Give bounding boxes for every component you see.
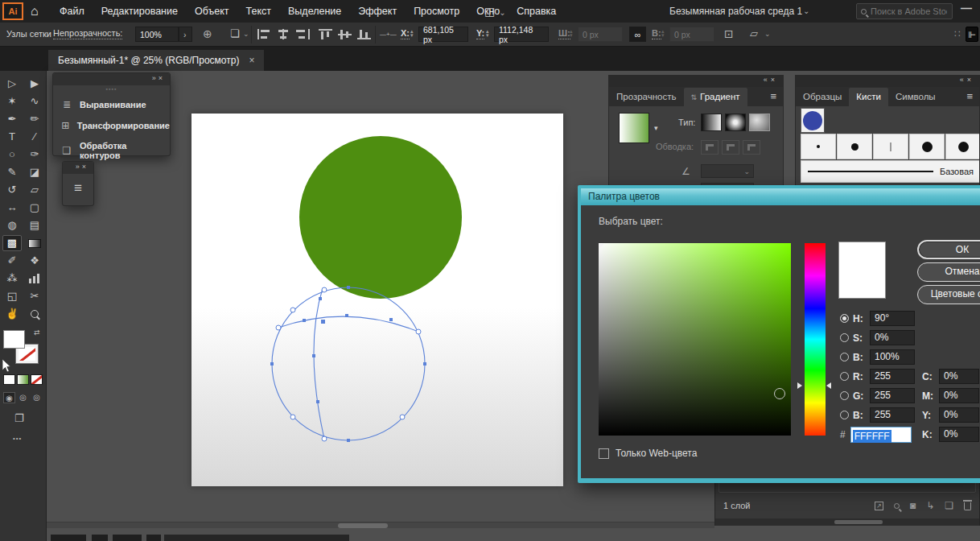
menu-item-7[interactable]: Просмотр bbox=[414, 6, 459, 17]
tab-brushes[interactable]: Кисти bbox=[849, 88, 888, 106]
drag-grip[interactable]: ▪▪▪▪ bbox=[106, 86, 117, 92]
tab-swatches[interactable]: Образцы bbox=[796, 88, 849, 106]
panel-menu-icon[interactable]: ≡ bbox=[770, 90, 776, 102]
tool-pencil[interactable]: ✎ bbox=[2, 164, 22, 180]
tool-perspective-grid[interactable]: ▤ bbox=[25, 217, 44, 233]
menu-item-2[interactable]: Редактирование bbox=[101, 6, 178, 17]
align-horizontal-center-icon[interactable] bbox=[277, 29, 290, 39]
tool-symbol-sprayer[interactable]: ⁂ bbox=[2, 270, 22, 287]
align-vertical-middle-icon[interactable] bbox=[338, 29, 352, 39]
new-sublayer-icon[interactable]: ↳ bbox=[926, 500, 934, 511]
adobe-illustrator-logo[interactable]: Ai bbox=[2, 2, 23, 20]
draw-behind-mode-icon[interactable]: ◎ bbox=[17, 392, 29, 403]
menu-item-4[interactable]: Текст bbox=[246, 6, 271, 17]
dialog-title[interactable]: Палитра цветов bbox=[581, 188, 980, 205]
scrollbar-thumb[interactable] bbox=[338, 523, 388, 528]
tool-artboard[interactable]: ◱ bbox=[2, 288, 22, 304]
green-circle-shape[interactable] bbox=[299, 136, 462, 299]
new-layer-icon[interactable]: ❏ bbox=[945, 500, 953, 511]
tool-magic-wand[interactable]: ✶ bbox=[2, 93, 22, 109]
input-y[interactable]: 0% bbox=[939, 407, 979, 423]
close-icon[interactable]: × bbox=[771, 76, 778, 84]
input-b2[interactable]: 255 bbox=[870, 407, 915, 423]
linear-gradient-button[interactable] bbox=[701, 114, 722, 131]
brush-swatch-1[interactable] bbox=[801, 134, 836, 159]
cancel-button[interactable]: Отмена bbox=[917, 262, 980, 282]
x-stepper[interactable]: ▴▾ bbox=[410, 29, 417, 37]
tool-width[interactable]: ↔ bbox=[2, 200, 22, 216]
close-tab-icon[interactable]: × bbox=[249, 55, 254, 66]
globe-icon[interactable]: ⊕ bbox=[203, 27, 212, 40]
menu-item-6[interactable]: Эффект bbox=[358, 6, 397, 17]
menu-item-1[interactable]: Файл bbox=[60, 6, 84, 17]
brush-swatch-3[interactable] bbox=[873, 134, 908, 159]
edit-toolbar-icon[interactable]: ••• bbox=[13, 435, 22, 442]
tool-pen[interactable]: ✒ bbox=[2, 111, 22, 127]
menu-item-3[interactable]: Объект bbox=[195, 6, 229, 17]
tool-mesh[interactable]: ▩ bbox=[2, 235, 22, 251]
radio-b[interactable] bbox=[840, 353, 849, 361]
tool-line-segment[interactable]: ∕ bbox=[25, 129, 44, 145]
adobe-stock-search[interactable] bbox=[856, 3, 953, 19]
tab-gradient[interactable]: ⇅Градиент bbox=[684, 88, 747, 106]
search-input[interactable] bbox=[871, 6, 947, 16]
y-stepper[interactable]: ▴▾ bbox=[486, 29, 492, 37]
tool-paintbrush[interactable]: ✑ bbox=[25, 147, 44, 163]
opacity-dropdown-button[interactable]: › bbox=[179, 27, 192, 42]
color-swatches-button[interactable]: Цветовые обр bbox=[917, 285, 980, 304]
tab-symbols[interactable]: Символы bbox=[888, 88, 943, 106]
workspace-selector[interactable]: Безымянная рабочая среда 1 bbox=[669, 6, 802, 17]
brush-swatch-circle[interactable] bbox=[801, 108, 825, 133]
angle-dropdown[interactable]: ⌄ bbox=[701, 164, 754, 178]
artboard[interactable] bbox=[191, 114, 563, 486]
input-c[interactable]: 0% bbox=[939, 369, 979, 384]
tool-column-graph[interactable] bbox=[25, 270, 44, 287]
input-k[interactable]: 0% bbox=[939, 427, 979, 442]
close-icon[interactable]: × bbox=[159, 74, 165, 82]
tool-curvature[interactable]: ✏ bbox=[25, 111, 44, 127]
clipping-mask-icon[interactable]: ◙ bbox=[910, 500, 916, 511]
tool-blend[interactable]: ❖ bbox=[25, 253, 44, 269]
y-value-field[interactable]: 1112,148 px bbox=[494, 27, 549, 42]
collapse-panel-icon[interactable]: « bbox=[764, 76, 771, 84]
tool-shape-builder[interactable]: ◍ bbox=[2, 217, 22, 233]
tool-scale[interactable]: ▱ bbox=[25, 182, 44, 198]
freeform-gradient-button[interactable] bbox=[749, 114, 770, 131]
tool-gradient[interactable] bbox=[25, 235, 44, 251]
radio-r[interactable] bbox=[840, 372, 849, 381]
chevron-down-icon[interactable]: ▾ bbox=[654, 124, 658, 132]
screen-mode-icon[interactable]: ❐ bbox=[14, 412, 24, 424]
hue-slider-marker-right[interactable] bbox=[826, 382, 831, 389]
hue-slider[interactable] bbox=[805, 243, 826, 436]
web-only-checkbox[interactable] bbox=[599, 448, 609, 459]
hue-slider-marker-left[interactable] bbox=[797, 382, 802, 389]
panel-header[interactable]: »× bbox=[63, 162, 93, 174]
input-b[interactable]: 100% bbox=[870, 349, 915, 365]
brush-swatch-5[interactable] bbox=[945, 134, 980, 159]
expand-panel-icon[interactable]: » bbox=[76, 163, 82, 171]
chevron-down-icon[interactable]: ⌄ bbox=[243, 30, 249, 38]
scrollbar-thumb[interactable] bbox=[834, 520, 883, 524]
opacity-label[interactable]: Непрозрачность: bbox=[53, 28, 122, 39]
hex-input[interactable]: FFFFFF bbox=[850, 427, 912, 443]
link-dimensions-icon[interactable]: ∞ bbox=[629, 27, 646, 42]
tool-hand[interactable]: ✌ bbox=[2, 306, 22, 322]
tab-transparency[interactable]: Прозрачность bbox=[609, 88, 684, 106]
menu-icon[interactable]: ≡ bbox=[63, 180, 93, 196]
input-r[interactable]: 255 bbox=[870, 369, 915, 384]
tool-rotate[interactable]: ↺ bbox=[2, 182, 22, 198]
constrain-proportions-icon[interactable]: ⊡ bbox=[724, 27, 734, 40]
align-horizontal-left-icon[interactable] bbox=[257, 29, 271, 39]
document-tab[interactable]: Безымянный-1* @ 25% (RGB/Просмотр) × bbox=[48, 50, 264, 71]
input-s[interactable]: 0% bbox=[870, 330, 915, 345]
tool-eraser[interactable]: ◪ bbox=[25, 164, 44, 180]
close-icon[interactable]: × bbox=[967, 76, 974, 84]
radio-b2[interactable] bbox=[840, 411, 849, 419]
ok-button[interactable]: ОК bbox=[917, 240, 980, 259]
none-button[interactable] bbox=[31, 374, 43, 385]
collect-for-export-icon[interactable]: ↗ bbox=[875, 502, 883, 510]
brush-swatch-4[interactable] bbox=[909, 134, 945, 159]
document-setup-icon[interactable]: ❏ bbox=[230, 27, 240, 39]
tool-lasso[interactable]: ∿ bbox=[25, 93, 44, 109]
arrange-documents-icon[interactable]: ◫⌄ bbox=[484, 5, 506, 18]
